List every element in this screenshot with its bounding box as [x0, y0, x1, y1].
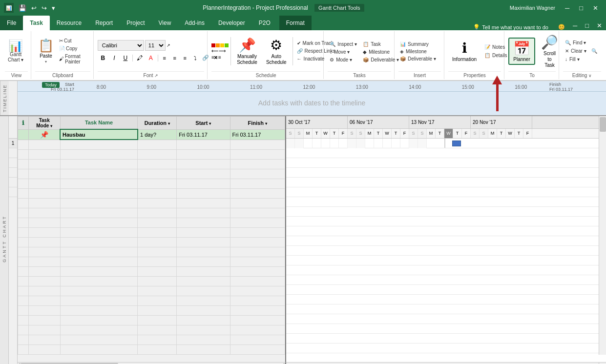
scroll-to-task-button[interactable]: 🔎 Scroll toTask: [537, 32, 562, 70]
ribbon: File Task Resource Report Project View A…: [0, 16, 606, 81]
table-row[interactable]: [18, 237, 285, 247]
tab-project[interactable]: Project: [120, 16, 151, 30]
tell-me-bar[interactable]: 💡 Tell me what you want to do: [467, 24, 554, 30]
table-row[interactable]: [18, 159, 285, 169]
font-color-button[interactable]: A: [146, 53, 156, 63]
table-row[interactable]: [18, 286, 285, 296]
clear-label: Clear ▾: [571, 48, 586, 54]
col-header-finish[interactable]: Finish ▾: [230, 116, 285, 129]
task-name-cell[interactable]: Hausbau: [60, 129, 138, 140]
gantt-chart-button[interactable]: 📊 GanttChart ▾: [5, 38, 26, 64]
task-grid[interactable]: ℹ TaskMode ▾ Task Name Duration ▾ Start: [18, 116, 285, 355]
table-row[interactable]: [18, 227, 285, 237]
align-btn[interactable]: ≡: [211, 55, 214, 60]
summary-button[interactable]: 📊 Summary: [398, 41, 438, 47]
col-header-name[interactable]: Task Name: [60, 116, 138, 129]
bold-button[interactable]: B: [98, 53, 108, 63]
milestone-insert-button[interactable]: ◈ Milestone: [398, 48, 438, 55]
table-row[interactable]: [18, 335, 285, 344]
undo-btn[interactable]: ↩: [29, 3, 39, 13]
search-button[interactable]: 🔍: [589, 47, 599, 55]
tab-task[interactable]: Task: [23, 16, 49, 30]
table-scrollbar-h[interactable]: ◄ ►: [18, 362, 286, 364]
tab-view[interactable]: View: [152, 16, 178, 30]
wrap-btn[interactable]: ⤵: [190, 54, 200, 62]
copy-button[interactable]: 📄 Copy: [58, 45, 90, 52]
font-size-select[interactable]: 11: [145, 40, 166, 51]
table-row[interactable]: [18, 315, 285, 325]
tab-file[interactable]: File: [0, 16, 23, 30]
table-row[interactable]: [18, 179, 285, 188]
save-btn[interactable]: 💾: [17, 3, 28, 13]
paste-button[interactable]: 📋 Paste▾: [35, 36, 57, 66]
task-insert-button[interactable]: 📋 Task: [361, 40, 401, 48]
task-finish-cell[interactable]: Fri 03.11.17: [230, 129, 285, 140]
table-row[interactable]: [18, 208, 285, 218]
maximize-button[interactable]: □: [575, 3, 587, 13]
title-bar: 📊 💾 ↩ ↪ ▾ PlannerIntegration - Project P…: [0, 0, 606, 16]
clear-button[interactable]: ✕ Clear ▾: [563, 47, 588, 55]
table-row[interactable]: [18, 325, 285, 335]
col-header-start[interactable]: Start ▾: [177, 116, 230, 129]
task-duration-cell[interactable]: 1 day?: [138, 129, 177, 140]
underline-button[interactable]: U: [120, 53, 131, 63]
deliverable-insert-button[interactable]: 📦 Deliverable ▾: [398, 56, 438, 62]
find-button[interactable]: 🔍 Find ▾: [563, 39, 588, 46]
redo-btn[interactable]: ↪: [40, 3, 49, 13]
auto-schedule-button[interactable]: ⚙ AutoSchedule: [262, 35, 291, 67]
customize-qat[interactable]: ▾: [50, 3, 57, 13]
table-row[interactable]: [18, 257, 285, 266]
table-row[interactable]: [18, 140, 285, 149]
table-row[interactable]: [18, 344, 285, 354]
align-center-btn[interactable]: ≡: [170, 54, 180, 62]
table-row[interactable]: [18, 149, 285, 159]
move-button[interactable]: ↕ Move ▾: [328, 48, 359, 56]
gantt-row-empty: [286, 148, 599, 158]
highlight-button[interactable]: 🖍: [134, 53, 145, 63]
format-painter-button[interactable]: 🖌 Format Painter: [58, 53, 90, 65]
table-row[interactable]: [18, 305, 285, 315]
fill-button[interactable]: ↓ Fill ▾: [563, 56, 588, 63]
milestone-button[interactable]: ◆ Milestone: [361, 48, 401, 56]
table-row[interactable]: [18, 188, 285, 198]
information-button[interactable]: ℹ Information: [448, 38, 481, 64]
align-btn2[interactable]: ≡: [215, 55, 218, 60]
table-row[interactable]: [18, 169, 285, 179]
tab-developer[interactable]: Developer: [211, 16, 252, 30]
gantt-scrollbar-h[interactable]: ◄ ►: [286, 362, 599, 364]
table-row[interactable]: [18, 198, 285, 208]
align-btn3[interactable]: ≡: [218, 55, 221, 60]
minimize-button[interactable]: ─: [561, 3, 573, 13]
mode-button[interactable]: ⚙ Mode ▾: [328, 56, 359, 63]
manually-schedule-button[interactable]: 📌 ManuallySchedule: [233, 35, 261, 67]
gantt-scrollbar-thumb-v[interactable]: [600, 117, 606, 132]
align-right-btn[interactable]: ≡: [180, 54, 190, 62]
table-row[interactable]: [18, 266, 285, 276]
gantt-scrollbar-v[interactable]: [599, 116, 606, 355]
close-button[interactable]: ✕: [589, 3, 602, 13]
tab-p2o[interactable]: P2O: [252, 16, 277, 30]
inspect-button[interactable]: 🔍 Inspect ▾: [328, 40, 359, 48]
font-name-select[interactable]: Calibri: [98, 40, 144, 51]
align-left-btn[interactable]: ≡: [160, 54, 169, 62]
planner-button[interactable]: 📅 Planner: [508, 38, 535, 65]
tab-report[interactable]: Report: [88, 16, 120, 30]
table-row[interactable]: [18, 218, 285, 227]
table-row[interactable]: [18, 296, 285, 305]
ribbon-minimize[interactable]: ─: [569, 21, 581, 30]
ribbon-restore[interactable]: □: [581, 21, 593, 30]
col-header-mode[interactable]: TaskMode ▾: [28, 116, 60, 129]
table-row[interactable]: [18, 247, 285, 257]
cut-button[interactable]: ✂ Cut: [58, 37, 90, 44]
ribbon-close[interactable]: ✕: [593, 21, 606, 30]
italic-button[interactable]: I: [109, 53, 120, 63]
deliverable-button[interactable]: 📦 Deliverable ▾: [361, 56, 401, 63]
task-start-cell[interactable]: Fri 03.11.17: [177, 129, 230, 140]
tab-resource[interactable]: Resource: [50, 16, 88, 30]
smiley-icon[interactable]: 😊: [554, 24, 569, 30]
table-row[interactable]: 📌 Hausbau 1 day? Fri 03.11.17 Fri 03.11.…: [18, 129, 285, 140]
table-row[interactable]: [18, 276, 285, 286]
tab-addins[interactable]: Add-ins: [178, 16, 211, 30]
tab-format[interactable]: Format: [279, 16, 312, 30]
col-header-duration[interactable]: Duration ▾: [138, 116, 177, 129]
